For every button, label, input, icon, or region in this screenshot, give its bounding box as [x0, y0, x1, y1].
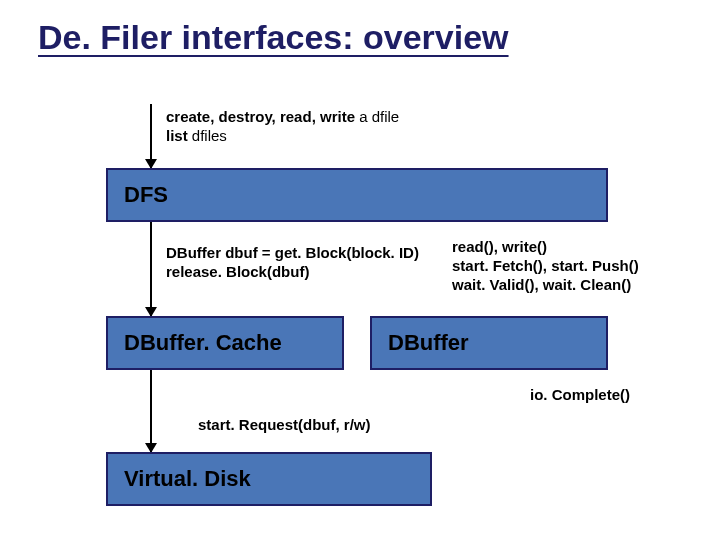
- arrow-to-dfs: [150, 104, 152, 168]
- box-dfs-label: DFS: [124, 182, 168, 208]
- text-iocomplete: io. Complete(): [530, 386, 630, 405]
- arrow-to-dbuffercache: [150, 222, 152, 316]
- text-getblock: DBuffer dbuf = get. Block(block. ID) rel…: [166, 244, 419, 282]
- box-dfs: DFS: [106, 168, 608, 222]
- text-startrequest: start. Request(dbuf, r/w): [198, 416, 371, 435]
- arrow-to-virtualdisk: [150, 370, 152, 452]
- text-read-write: read(), write() start. Fetch(), start. P…: [452, 238, 639, 294]
- box-virtualdisk-label: Virtual. Disk: [124, 466, 251, 492]
- box-dbuffercache-label: DBuffer. Cache: [124, 330, 282, 356]
- box-dbuffer-label: DBuffer: [388, 330, 469, 356]
- text-top-api: create, destroy, read, write a dfile lis…: [166, 108, 399, 146]
- slide-title: De. Filer interfaces: overview: [38, 18, 509, 57]
- box-virtualdisk: Virtual. Disk: [106, 452, 432, 506]
- box-dbuffer: DBuffer: [370, 316, 608, 370]
- box-dbuffercache: DBuffer. Cache: [106, 316, 344, 370]
